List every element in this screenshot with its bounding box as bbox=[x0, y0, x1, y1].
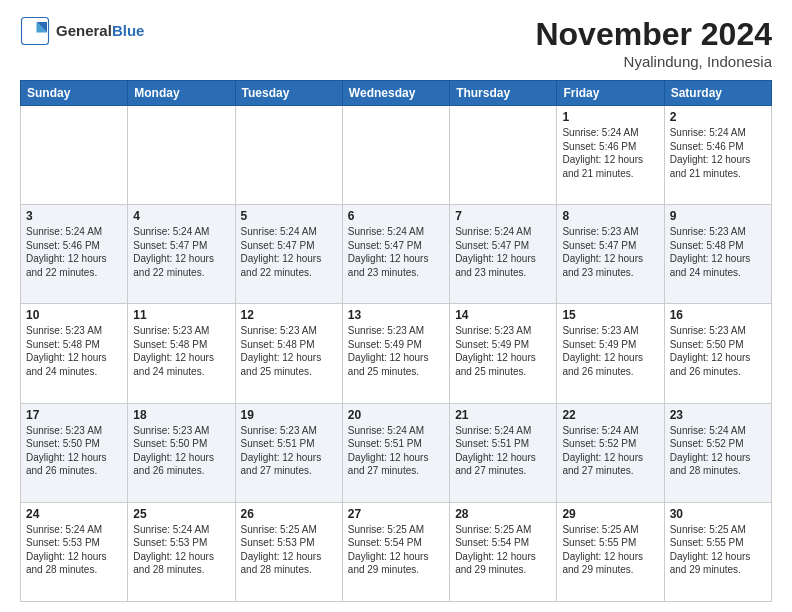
day-info: Sunrise: 5:23 AM Sunset: 5:49 PM Dayligh… bbox=[455, 324, 551, 378]
day-info: Sunrise: 5:24 AM Sunset: 5:46 PM Dayligh… bbox=[670, 126, 766, 180]
calendar-cell: 8Sunrise: 5:23 AM Sunset: 5:47 PM Daylig… bbox=[557, 205, 664, 304]
day-info: Sunrise: 5:24 AM Sunset: 5:51 PM Dayligh… bbox=[455, 424, 551, 478]
day-info: Sunrise: 5:25 AM Sunset: 5:55 PM Dayligh… bbox=[670, 523, 766, 577]
day-number: 16 bbox=[670, 308, 766, 322]
calendar-cell: 2Sunrise: 5:24 AM Sunset: 5:46 PM Daylig… bbox=[664, 106, 771, 205]
day-number: 18 bbox=[133, 408, 229, 422]
weekday-friday: Friday bbox=[557, 81, 664, 106]
day-info: Sunrise: 5:23 AM Sunset: 5:47 PM Dayligh… bbox=[562, 225, 658, 279]
day-number: 13 bbox=[348, 308, 444, 322]
calendar-cell bbox=[450, 106, 557, 205]
day-number: 1 bbox=[562, 110, 658, 124]
calendar-cell bbox=[235, 106, 342, 205]
day-number: 20 bbox=[348, 408, 444, 422]
title-block: November 2024 Nyalindung, Indonesia bbox=[535, 16, 772, 70]
weekday-monday: Monday bbox=[128, 81, 235, 106]
calendar-cell: 10Sunrise: 5:23 AM Sunset: 5:48 PM Dayli… bbox=[21, 304, 128, 403]
calendar-cell: 18Sunrise: 5:23 AM Sunset: 5:50 PM Dayli… bbox=[128, 403, 235, 502]
logo-icon bbox=[20, 16, 50, 46]
day-number: 8 bbox=[562, 209, 658, 223]
header: GeneralBlue November 2024 Nyalindung, In… bbox=[20, 16, 772, 70]
day-info: Sunrise: 5:24 AM Sunset: 5:52 PM Dayligh… bbox=[670, 424, 766, 478]
day-info: Sunrise: 5:23 AM Sunset: 5:50 PM Dayligh… bbox=[670, 324, 766, 378]
day-info: Sunrise: 5:24 AM Sunset: 5:53 PM Dayligh… bbox=[26, 523, 122, 577]
day-number: 12 bbox=[241, 308, 337, 322]
calendar-cell: 7Sunrise: 5:24 AM Sunset: 5:47 PM Daylig… bbox=[450, 205, 557, 304]
day-info: Sunrise: 5:25 AM Sunset: 5:53 PM Dayligh… bbox=[241, 523, 337, 577]
calendar-cell: 3Sunrise: 5:24 AM Sunset: 5:46 PM Daylig… bbox=[21, 205, 128, 304]
calendar-cell: 27Sunrise: 5:25 AM Sunset: 5:54 PM Dayli… bbox=[342, 502, 449, 601]
calendar-cell: 21Sunrise: 5:24 AM Sunset: 5:51 PM Dayli… bbox=[450, 403, 557, 502]
day-info: Sunrise: 5:24 AM Sunset: 5:53 PM Dayligh… bbox=[133, 523, 229, 577]
day-number: 4 bbox=[133, 209, 229, 223]
day-number: 21 bbox=[455, 408, 551, 422]
calendar-week-1: 1Sunrise: 5:24 AM Sunset: 5:46 PM Daylig… bbox=[21, 106, 772, 205]
day-info: Sunrise: 5:24 AM Sunset: 5:52 PM Dayligh… bbox=[562, 424, 658, 478]
day-info: Sunrise: 5:23 AM Sunset: 5:48 PM Dayligh… bbox=[26, 324, 122, 378]
calendar-cell bbox=[342, 106, 449, 205]
weekday-sunday: Sunday bbox=[21, 81, 128, 106]
day-number: 10 bbox=[26, 308, 122, 322]
day-info: Sunrise: 5:23 AM Sunset: 5:48 PM Dayligh… bbox=[241, 324, 337, 378]
calendar-week-4: 17Sunrise: 5:23 AM Sunset: 5:50 PM Dayli… bbox=[21, 403, 772, 502]
day-number: 3 bbox=[26, 209, 122, 223]
calendar-cell: 16Sunrise: 5:23 AM Sunset: 5:50 PM Dayli… bbox=[664, 304, 771, 403]
weekday-header-row: SundayMondayTuesdayWednesdayThursdayFrid… bbox=[21, 81, 772, 106]
day-number: 24 bbox=[26, 507, 122, 521]
calendar-cell: 12Sunrise: 5:23 AM Sunset: 5:48 PM Dayli… bbox=[235, 304, 342, 403]
day-number: 25 bbox=[133, 507, 229, 521]
day-number: 27 bbox=[348, 507, 444, 521]
calendar-cell: 22Sunrise: 5:24 AM Sunset: 5:52 PM Dayli… bbox=[557, 403, 664, 502]
calendar-cell: 11Sunrise: 5:23 AM Sunset: 5:48 PM Dayli… bbox=[128, 304, 235, 403]
day-info: Sunrise: 5:23 AM Sunset: 5:49 PM Dayligh… bbox=[562, 324, 658, 378]
calendar-cell: 6Sunrise: 5:24 AM Sunset: 5:47 PM Daylig… bbox=[342, 205, 449, 304]
calendar-cell: 25Sunrise: 5:24 AM Sunset: 5:53 PM Dayli… bbox=[128, 502, 235, 601]
calendar-cell: 28Sunrise: 5:25 AM Sunset: 5:54 PM Dayli… bbox=[450, 502, 557, 601]
calendar-cell: 17Sunrise: 5:23 AM Sunset: 5:50 PM Dayli… bbox=[21, 403, 128, 502]
calendar-title: November 2024 bbox=[535, 16, 772, 53]
day-number: 29 bbox=[562, 507, 658, 521]
day-number: 7 bbox=[455, 209, 551, 223]
calendar-cell: 14Sunrise: 5:23 AM Sunset: 5:49 PM Dayli… bbox=[450, 304, 557, 403]
calendar-week-5: 24Sunrise: 5:24 AM Sunset: 5:53 PM Dayli… bbox=[21, 502, 772, 601]
day-info: Sunrise: 5:23 AM Sunset: 5:48 PM Dayligh… bbox=[670, 225, 766, 279]
calendar-cell: 23Sunrise: 5:24 AM Sunset: 5:52 PM Dayli… bbox=[664, 403, 771, 502]
day-number: 6 bbox=[348, 209, 444, 223]
day-info: Sunrise: 5:23 AM Sunset: 5:51 PM Dayligh… bbox=[241, 424, 337, 478]
day-info: Sunrise: 5:23 AM Sunset: 5:49 PM Dayligh… bbox=[348, 324, 444, 378]
day-number: 15 bbox=[562, 308, 658, 322]
day-number: 28 bbox=[455, 507, 551, 521]
calendar-cell: 13Sunrise: 5:23 AM Sunset: 5:49 PM Dayli… bbox=[342, 304, 449, 403]
calendar-subtitle: Nyalindung, Indonesia bbox=[535, 53, 772, 70]
calendar-cell: 24Sunrise: 5:24 AM Sunset: 5:53 PM Dayli… bbox=[21, 502, 128, 601]
day-info: Sunrise: 5:24 AM Sunset: 5:46 PM Dayligh… bbox=[562, 126, 658, 180]
day-info: Sunrise: 5:23 AM Sunset: 5:50 PM Dayligh… bbox=[26, 424, 122, 478]
logo: GeneralBlue bbox=[20, 16, 144, 46]
day-info: Sunrise: 5:24 AM Sunset: 5:47 PM Dayligh… bbox=[455, 225, 551, 279]
calendar-cell bbox=[21, 106, 128, 205]
day-number: 11 bbox=[133, 308, 229, 322]
day-number: 23 bbox=[670, 408, 766, 422]
calendar-cell: 9Sunrise: 5:23 AM Sunset: 5:48 PM Daylig… bbox=[664, 205, 771, 304]
calendar-week-3: 10Sunrise: 5:23 AM Sunset: 5:48 PM Dayli… bbox=[21, 304, 772, 403]
weekday-wednesday: Wednesday bbox=[342, 81, 449, 106]
day-info: Sunrise: 5:24 AM Sunset: 5:47 PM Dayligh… bbox=[133, 225, 229, 279]
day-number: 5 bbox=[241, 209, 337, 223]
day-info: Sunrise: 5:23 AM Sunset: 5:48 PM Dayligh… bbox=[133, 324, 229, 378]
day-info: Sunrise: 5:24 AM Sunset: 5:46 PM Dayligh… bbox=[26, 225, 122, 279]
page: GeneralBlue November 2024 Nyalindung, In… bbox=[0, 0, 792, 612]
calendar-table: SundayMondayTuesdayWednesdayThursdayFrid… bbox=[20, 80, 772, 602]
calendar-body: 1Sunrise: 5:24 AM Sunset: 5:46 PM Daylig… bbox=[21, 106, 772, 602]
day-number: 17 bbox=[26, 408, 122, 422]
calendar-cell: 15Sunrise: 5:23 AM Sunset: 5:49 PM Dayli… bbox=[557, 304, 664, 403]
weekday-saturday: Saturday bbox=[664, 81, 771, 106]
calendar-cell bbox=[128, 106, 235, 205]
logo-blue: Blue bbox=[112, 22, 145, 39]
weekday-tuesday: Tuesday bbox=[235, 81, 342, 106]
logo-general: General bbox=[56, 22, 112, 39]
weekday-thursday: Thursday bbox=[450, 81, 557, 106]
day-number: 19 bbox=[241, 408, 337, 422]
day-info: Sunrise: 5:24 AM Sunset: 5:47 PM Dayligh… bbox=[348, 225, 444, 279]
day-info: Sunrise: 5:25 AM Sunset: 5:54 PM Dayligh… bbox=[455, 523, 551, 577]
day-number: 26 bbox=[241, 507, 337, 521]
